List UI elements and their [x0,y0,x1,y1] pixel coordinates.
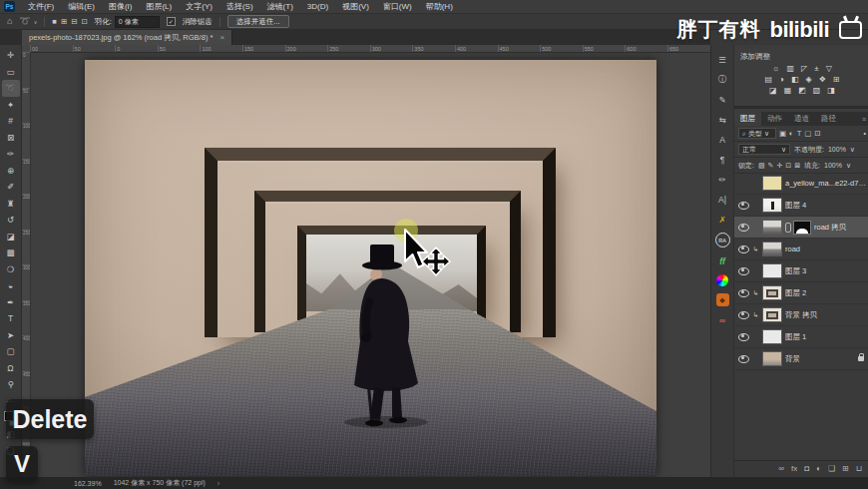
menu-item[interactable]: 选择(S) [219,0,260,14]
dock-panel-icon[interactable]: ff [716,254,729,267]
adjustment-icon[interactable]: ◨ [827,87,835,95]
layer-row[interactable]: ↳ road 拷贝 [734,217,868,239]
tool-button[interactable]: ✑ [2,146,20,163]
menu-item[interactable]: 视图(V) [335,0,376,14]
chevron-down-icon[interactable]: ∨ [850,146,855,154]
feather-input[interactable]: 0 像素 [115,16,160,28]
layers-footer-icon[interactable]: fx [791,465,797,473]
layer-thumbnail[interactable] [762,263,782,278]
visibility-toggle[interactable] [737,267,749,275]
menu-item[interactable]: 图层(L) [139,0,179,14]
home-icon[interactable]: ⌂ [7,17,12,26]
visibility-toggle[interactable] [737,202,749,210]
layer-thumbnail[interactable] [762,198,782,213]
menu-item[interactable]: 窗口(W) [376,0,419,14]
adjustment-icon[interactable]: ◈ [805,76,811,84]
visibility-toggle[interactable] [737,333,749,341]
layers-footer-icon[interactable]: ∞ [778,465,784,473]
adjustment-icon[interactable]: ◪ [769,87,777,95]
layers-footer-icon[interactable]: ◘ [804,465,809,473]
canvas-area[interactable] [30,52,710,477]
dock-panel-icon[interactable]: ☰ [716,53,729,66]
dock-panel-icon[interactable]: RA [715,233,730,247]
chevron-down-icon[interactable]: ∨ [846,162,851,170]
visibility-toggle[interactable] [737,245,749,253]
adjustment-icon[interactable]: ◩ [798,87,806,95]
layers-footer-icon[interactable]: ◐ [816,465,821,473]
lock-option-icon[interactable]: ⊡ [785,162,791,170]
selection-mode-button[interactable]: ⊟ [71,17,77,26]
layer-name[interactable]: road 拷贝 [814,223,867,233]
tool-button[interactable]: ✦ [2,97,20,114]
tool-button[interactable]: ◒ [2,277,20,294]
layers-footer-icon[interactable]: ❏ [828,465,835,473]
tool-button[interactable]: ◪ [2,229,20,245]
document-canvas[interactable] [85,60,656,476]
layer-name[interactable]: 背景 [785,354,855,364]
layer-name[interactable]: 图层 3 [785,266,867,276]
layer-thumbnail[interactable] [762,176,782,191]
layer-filter-icon[interactable]: ▢ [804,129,811,138]
layer-thumbnail[interactable] [762,351,782,366]
tool-button[interactable]: ⚲ [2,376,20,393]
active-tool-icon[interactable]: ➰ [19,17,30,26]
visibility-toggle[interactable] [737,224,749,232]
adjustment-icon[interactable]: ☼ [772,65,779,73]
selection-mode-button[interactable]: ■ [52,17,57,26]
panel-menu-icon[interactable]: ≡ [862,116,868,123]
tool-button[interactable]: ▢ [2,343,20,360]
layer-row[interactable]: ↳ a_yellow_ma...e22-d7cca4 [734,173,868,195]
tool-button[interactable]: ⊕ [2,163,20,180]
adjustment-icon[interactable]: ▦ [784,87,792,95]
layer-name[interactable]: 图层 4 [785,201,867,211]
tool-button[interactable]: # [2,113,20,130]
layer-filter-icon[interactable]: ⊡ [814,129,820,138]
layer-filter-icon[interactable]: ◐ [789,129,794,138]
document-tab[interactable]: pexels-photo-187023.jpg @ 162% (road 拷贝,… [22,30,232,45]
tool-button[interactable]: T [2,310,20,327]
tool-button[interactable]: Ω [2,360,20,377]
layer-thumbnail[interactable] [762,307,782,322]
visibility-toggle[interactable] [737,289,749,297]
menu-item[interactable]: 3D(D) [300,0,335,14]
dock-panel-icon[interactable]: ∞ [716,313,729,326]
layer-row[interactable]: ↳ road [734,239,868,260]
select-and-mask-button[interactable]: 选择并遮住... [227,15,289,28]
layers-footer-icon[interactable]: ⊞ [842,465,849,473]
adjustment-icon[interactable]: ▽ [826,65,832,73]
layer-thumbnail[interactable] [762,329,782,344]
adjustment-icon[interactable]: ◑ [779,76,784,84]
tool-button[interactable]: ▩ [2,244,20,261]
horizontal-ruler[interactable]: 0050050100150200250300350400450500550600… [30,45,710,53]
filter-pin-icon[interactable]: • [864,130,866,137]
layer-mask-thumbnail[interactable] [793,221,811,235]
menu-item[interactable]: 图像(I) [102,0,140,14]
dock-panel-icon[interactable]: ¶ [716,153,729,166]
layer-row[interactable]: ↳ 图层 1 [734,326,868,348]
adjustment-icon[interactable]: ▧ [813,87,821,95]
tool-button[interactable]: ➰ [2,80,20,97]
antialias-checkbox[interactable]: ✓ [167,17,176,26]
panel-tab[interactable]: 动作 [761,112,788,126]
panel-tab[interactable]: 通道 [788,112,815,126]
layer-row[interactable]: ↳ 背景 [734,348,868,370]
menu-item[interactable]: 滤镜(T) [260,0,300,14]
tool-button[interactable]: ✐ [2,179,20,196]
panel-tab[interactable]: 图层 [734,112,761,126]
adjustment-icon[interactable]: ▤ [765,76,773,84]
fill-value[interactable]: 100% [824,162,842,169]
dock-panel-icon[interactable]: ● [716,274,728,286]
visibility-toggle[interactable] [737,355,749,363]
layer-filter-icon[interactable]: ▣ [779,129,786,138]
menu-item[interactable]: 编辑(E) [61,0,102,14]
blend-mode-select[interactable]: 正常 ∨ [738,144,790,155]
zoom-level[interactable]: 162.39% [74,480,102,487]
layer-thumbnail[interactable] [762,242,782,256]
adjustment-icon[interactable]: ❖ [819,76,826,84]
tool-button[interactable]: ➤ [2,327,20,344]
layer-name[interactable]: a_yellow_ma...e22-d7cca4 [785,179,867,188]
tool-button[interactable]: ✛ [2,47,20,64]
tool-button[interactable]: ♜ [2,196,20,213]
lock-option-icon[interactable]: ⊠ [794,162,800,170]
tool-preset-caret-icon[interactable]: ∨ [34,19,38,25]
